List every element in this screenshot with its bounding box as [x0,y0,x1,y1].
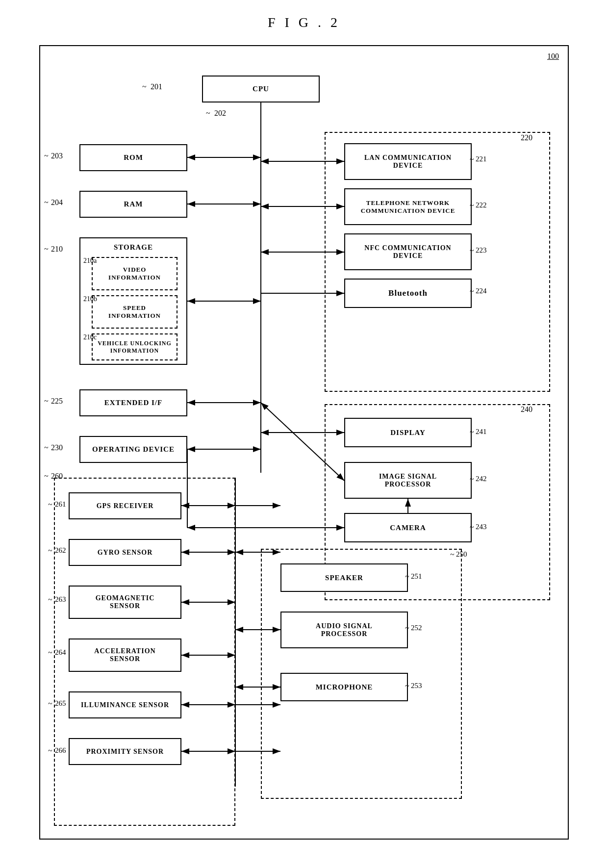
acceleration-box: ACCELERATION SENSOR [69,638,181,672]
telephone-box: TELEPHONE NETWORK COMMUNICATION DEVICE [344,188,472,225]
ref-252: 252 [411,624,422,632]
ref-225: 225 [51,397,63,406]
ref-210: 210 [51,245,63,254]
ref-261: 261 [55,500,66,509]
ref-220: 220 [521,133,532,142]
rom-box: ROM [79,144,187,171]
ref-265: 265 [55,699,66,708]
ref-210b: 210b [83,295,97,303]
ref-223: 223 [476,246,487,255]
ref-203: 203 [51,152,63,160]
bluetooth-box: Bluetooth [344,279,472,308]
ref-100: 100 [547,52,559,61]
ref-263: 263 [55,595,66,604]
ref-222: 222 [476,201,487,209]
ref-204: 204 [51,198,63,207]
display-box: DISPLAY [344,418,472,447]
ref-230: 230 [51,443,63,452]
proximity-box: PROXIMITY SENSOR [69,738,181,765]
vehicle-info-box: VEHICLE UNLOCKING INFORMATION [92,333,177,360]
gps-box: GPS RECEIVER [69,492,181,519]
lan-box: LAN COMMUNICATION DEVICE [344,143,472,180]
ref-241: 241 [476,428,487,436]
video-info-box: VIDEO INFORMATION [92,257,177,290]
ref-250: 250 [456,550,467,559]
ref-224: 224 [476,287,487,295]
ref-240: 240 [521,405,532,414]
ref-262: 262 [55,546,66,555]
diagram-container: 100 CPU 201 ~ 202 ~ ROM 203 ~ RAM 204 ~ … [39,45,569,840]
ref-266: 266 [55,746,66,755]
operating-box: OPERATING DEVICE [79,436,187,463]
gyro-box: GYRO SENSOR [69,539,181,566]
ref-251: 251 [411,572,422,581]
audio-sp-box: AUDIO SIGNAL PROCESSOR [280,612,408,648]
ref-264: 264 [55,648,66,657]
cpu-box: CPU [202,76,320,102]
ref-253: 253 [411,682,422,690]
extended-if-box: EXTENDED I/F [79,389,187,416]
microphone-box: MICROPHONE [280,673,408,701]
ram-box: RAM [79,191,187,218]
ref-210a: 210a [83,257,97,265]
illuminance-box: ILLUMINANCE SENSOR [69,691,181,718]
ref-202: 202 [214,109,226,118]
ref-201: 201 [151,82,162,91]
ref-242: 242 [476,475,487,483]
camera-box: CAMERA [344,513,472,542]
geomagnetic-box: GEOMAGNETIC SENSOR [69,586,181,619]
page-title: F I G . 2 [0,0,608,40]
speed-info-box: SPEED INFORMATION [92,295,177,329]
ref-221: 221 [476,155,487,163]
isp-box: IMAGE SIGNAL PROCESSOR [344,462,472,499]
nfc-box: NFC COMMUNICATION DEVICE [344,233,472,270]
ref-243: 243 [476,523,487,531]
ref-210c: 210c [83,333,97,341]
speaker-box: SPEAKER [280,563,408,592]
